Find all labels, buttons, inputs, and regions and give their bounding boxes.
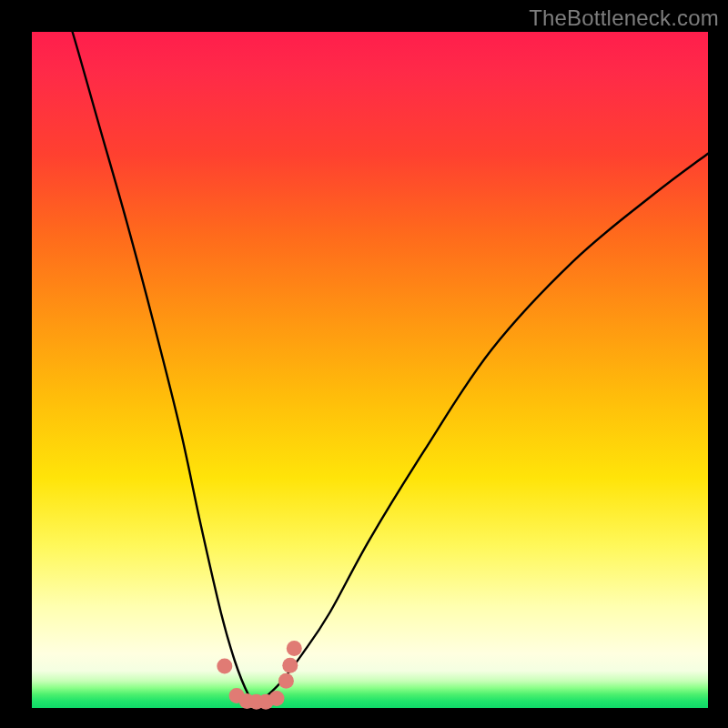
bottleneck-curve [62, 5, 708, 703]
curve-marker [282, 658, 298, 673]
curve-marker [217, 658, 232, 673]
marker-group [217, 641, 301, 710]
chart-svg [32, 32, 708, 708]
curve-marker [269, 691, 285, 706]
chart-frame: TheBottleneck.com [0, 0, 728, 728]
chart-plot-area [32, 32, 708, 708]
watermark-text: TheBottleneck.com [529, 5, 719, 31]
curve-marker [287, 641, 302, 656]
curve-marker [278, 673, 294, 689]
